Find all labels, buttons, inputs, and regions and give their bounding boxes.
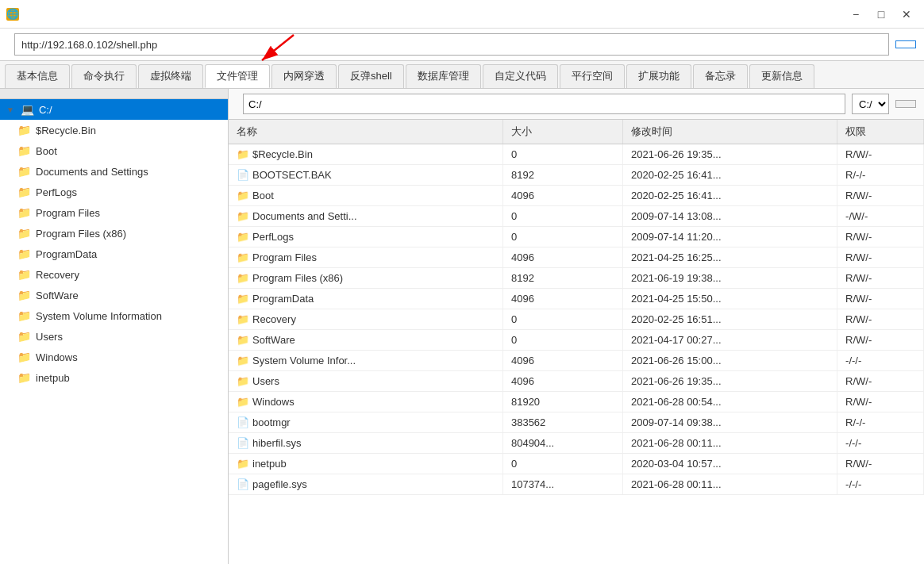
file-size-cell: 804904...: [502, 433, 622, 454]
file-mtime-cell: 2021-04-17 00:27...: [623, 330, 837, 351]
folder-icon: 📁: [17, 247, 31, 260]
sidebar-header: [0, 89, 228, 99]
sidebar-item-label: SoftWare: [36, 290, 79, 301]
file-perm-cell: -/W/-: [837, 206, 924, 227]
sidebar-item-windows[interactable]: 📁Windows: [0, 347, 228, 367]
nav-tab-database[interactable]: 数据库管理: [406, 64, 481, 88]
file-name-cell: 📁Documents and Setti...: [229, 206, 502, 227]
sidebar-item-label: C:/: [39, 104, 52, 116]
nav-tab-cmd[interactable]: 命令执行: [71, 64, 137, 88]
nav-tab-custom[interactable]: 自定义代码: [483, 64, 558, 88]
file-name-cell: 📄pagefile.sys: [229, 474, 502, 495]
file-name-cell: 📄hiberfil.sys: [229, 433, 502, 454]
title-bar: 🌐 − □ ✕: [0, 0, 924, 29]
sidebar-item-progfiles[interactable]: 📁Program Files: [0, 202, 228, 223]
nav-tab-update[interactable]: 更新信息: [749, 64, 814, 88]
sidebar-item-software[interactable]: 📁SoftWare: [0, 285, 228, 305]
path-input[interactable]: [243, 94, 845, 114]
sidebar: ▼💻C:/📁$Recycle.Bin📁Boot📁Documents and Se…: [0, 89, 229, 564]
file-mtime-cell: 2021-06-19 19:38...: [623, 268, 837, 289]
sidebar-item-users[interactable]: 📁Users: [0, 326, 228, 347]
sidebar-item-c_drive[interactable]: ▼💻C:/: [0, 99, 228, 120]
sidebar-item-recovery[interactable]: 📁Recovery: [0, 264, 228, 285]
table-row[interactable]: 📄hiberfil.sys804904...2021-06-28 00:11..…: [229, 433, 924, 454]
table-row[interactable]: 📄bootmgr3835622009-07-14 09:38...R/-/-: [229, 412, 924, 433]
path-dropdown[interactable]: C:/: [852, 94, 889, 114]
table-row[interactable]: 📁PerfLogs02009-07-14 11:20...R/W/-: [229, 227, 924, 247]
file-icon: 📄: [237, 416, 249, 428]
table-row[interactable]: 📁inetpub02020-03-04 10:57...R/W/-: [229, 454, 924, 474]
sidebar-item-inetpub[interactable]: 📁inetpub: [0, 367, 228, 388]
sidebar-item-label: Boot: [36, 145, 57, 157]
file-name-cell: 📁Windows: [229, 392, 502, 412]
sidebar-item-label: $Recycle.Bin: [36, 125, 96, 136]
table-row[interactable]: 📁SoftWare02021-04-17 00:27...R/W/-: [229, 330, 924, 351]
folder-icon: 📁: [237, 355, 249, 366]
file-perm-cell: R/W/-: [837, 186, 924, 206]
title-bar-left: 🌐: [6, 8, 24, 21]
sidebar-item-recycle[interactable]: 📁$Recycle.Bin: [0, 120, 228, 140]
table-row[interactable]: 📁Recovery02020-02-25 16:51...R/W/-: [229, 309, 924, 330]
table-row[interactable]: 📁$Recycle.Bin02021-06-26 19:35...R/W/-: [229, 144, 924, 165]
table-row[interactable]: 📁System Volume Infor...40962021-06-26 15…: [229, 351, 924, 371]
table-row[interactable]: 📁Users40962021-06-26 19:35...R/W/-: [229, 371, 924, 392]
table-row[interactable]: 📁Program Files40962021-04-25 16:25...R/W…: [229, 247, 924, 268]
nav-tab-terminal[interactable]: 虚拟终端: [138, 64, 203, 88]
sidebar-item-boot[interactable]: 📁Boot: [0, 140, 228, 161]
minimize-button[interactable]: −: [845, 3, 867, 25]
folder-icon: 📁: [17, 351, 31, 363]
file-perm-cell: -/-/-: [837, 433, 924, 454]
folder-icon: 📁: [17, 165, 31, 178]
file-perm-cell: R/W/-: [837, 330, 924, 351]
file-perm-cell: R/W/-: [837, 371, 924, 392]
table-row[interactable]: 📄BOOTSECT.BAK81922020-02-25 16:41...R/-/…: [229, 165, 924, 186]
folder-icon: 📁: [17, 206, 31, 219]
sidebar-item-progdata[interactable]: 📁ProgramData: [0, 244, 228, 264]
nav-tab-reverse[interactable]: 反弹shell: [338, 64, 404, 88]
table-row[interactable]: 📁Program Files (x86)81922021-06-19 19:38…: [229, 268, 924, 289]
sidebar-item-label: Recovery: [36, 269, 79, 281]
sidebar-item-perflogs[interactable]: 📁PerfLogs: [0, 182, 228, 202]
folder-icon: 📁: [17, 309, 31, 322]
file-perm-cell: R/W/-: [837, 268, 924, 289]
file-icon: 📄: [237, 478, 249, 490]
table-row[interactable]: 📁ProgramData40962021-04-25 15:50...R/W/-: [229, 289, 924, 309]
file-perm-cell: R/W/-: [837, 227, 924, 247]
table-row[interactable]: 📁Windows819202021-06-28 00:54...R/W/-: [229, 392, 924, 412]
sidebar-item-docs[interactable]: 📁Documents and Settings: [0, 161, 228, 182]
file-size-cell: 0: [502, 330, 622, 351]
sidebar-item-systemvol[interactable]: 📁System Volume Information: [0, 305, 228, 326]
file-mtime-cell: 2009-07-14 13:08...: [623, 206, 837, 227]
file-perm-cell: R/W/-: [837, 289, 924, 309]
close-button[interactable]: ✕: [895, 3, 918, 25]
nav-tab-intranet[interactable]: 内网穿透: [271, 64, 337, 88]
file-name-cell: 📁Program Files: [229, 247, 502, 268]
file-area: C:/ 名称大小修改时间权限 📁$Recycle.Bin02021-06-26 …: [229, 89, 924, 564]
sidebar-item-progfilesx86[interactable]: 📁Program Files (x86): [0, 223, 228, 244]
file-size-cell: 0: [502, 227, 622, 247]
folder-icon: 📁: [17, 186, 31, 198]
nav-tab-extend[interactable]: 扩展功能: [626, 64, 691, 88]
nav-tab-memo[interactable]: 备忘录: [693, 64, 748, 88]
nav-tab-basic[interactable]: 基本信息: [5, 64, 70, 88]
file-icon: 📄: [237, 169, 249, 181]
drive-icon: 💻: [21, 103, 34, 116]
open-button[interactable]: [895, 100, 916, 108]
file-table: 名称大小修改时间权限 📁$Recycle.Bin02021-06-26 19:3…: [229, 120, 924, 495]
maximize-button[interactable]: □: [870, 3, 892, 25]
sidebar-item-label: Program Files (x86): [36, 228, 126, 240]
file-size-cell: 4096: [502, 186, 622, 206]
file-name-cell: 📄BOOTSECT.BAK: [229, 165, 502, 186]
table-row[interactable]: 📁Documents and Setti...02009-07-14 13:08…: [229, 206, 924, 227]
folder-icon: 📁: [17, 144, 31, 157]
table-row[interactable]: 📄pagefile.sys107374...2021-06-28 00:11..…: [229, 474, 924, 495]
window-controls: − □ ✕: [845, 3, 918, 25]
nav-tab-filemanager[interactable]: 文件管理: [205, 64, 270, 88]
connected-button[interactable]: [895, 40, 916, 48]
file-mtime-cell: 2021-06-28 00:11...: [623, 433, 837, 454]
file-name-cell: 📁SoftWare: [229, 330, 502, 351]
expand-icon: ▼: [6, 106, 14, 114]
url-input[interactable]: [14, 33, 889, 56]
nav-tab-parallel[interactable]: 平行空间: [560, 64, 625, 88]
table-row[interactable]: 📁Boot40962020-02-25 16:41...R/W/-: [229, 186, 924, 206]
